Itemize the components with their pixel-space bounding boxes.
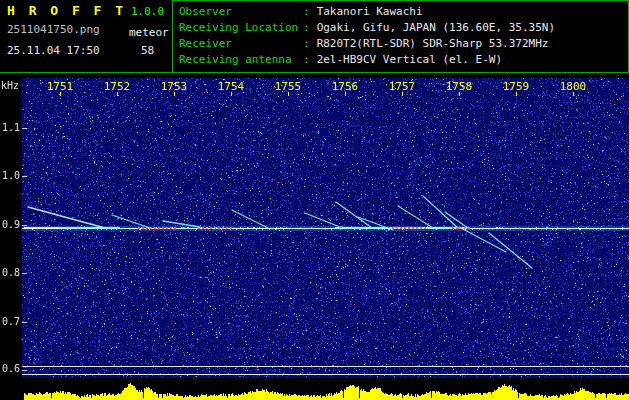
info-label: Receiver [179,36,303,52]
time-tick-label: 1800 [557,80,589,93]
info-value: 2el-HB9CV Vertical (el. E-W) [310,53,502,66]
time-tick-label: 1759 [500,80,532,93]
time-tick-label: 1758 [443,80,475,93]
freq-tick-label: 0.6 [0,363,20,374]
freq-tick-label: 1.0 [0,170,20,181]
info-label: Observer [179,4,303,20]
amplitude-canvas [0,378,629,400]
info-value: Ogaki, Gifu, JAPAN (136.60E, 35.35N) [310,21,555,34]
mode-label: meteor [129,26,169,39]
info-value: R820T2(RTL-SDR) SDR-Sharp 53.372MHz [310,37,549,50]
info-colon: : [303,37,310,50]
hrofft-window: H R O F F T 1.0.0 2511041750.png meteor … [0,0,629,400]
info-row-observer: Observer:Takanori Kawachi [179,4,628,20]
info-colon: : [303,5,310,18]
time-tick-label: 1756 [329,80,361,93]
info-label: Receiving Location [179,20,303,36]
app-title: H R O F F T [7,3,126,18]
spectrogram-canvas [0,73,629,378]
time-tick-label: 1752 [101,80,133,93]
info-colon: : [303,21,310,34]
station-info-panel: Observer:Takanori Kawachi Receiving Loca… [172,0,629,73]
info-value: Takanori Kawachi [310,5,423,18]
time-tick-label: 1753 [158,80,190,93]
freq-tick-label: 0.9 [0,219,20,230]
time-tick-label: 1751 [44,80,76,93]
freq-axis-unit: kHz [1,80,19,91]
app-version: 1.0.0 [131,5,164,18]
minute-count: 58 [141,44,154,57]
info-colon: : [303,53,310,66]
time-tick-label: 1755 [272,80,304,93]
freq-tick-label: 1.1 [0,122,20,133]
info-label: Receiving antenna [179,52,303,68]
capture-datetime: 25.11.04 17:50 [7,44,100,57]
freq-tick-label: 0.7 [0,316,20,327]
output-filename: 2511041750.png [7,23,100,36]
info-row-receiver: Receiver:R820T2(RTL-SDR) SDR-Sharp 53.37… [179,36,628,52]
freq-tick-label: 0.8 [0,267,20,278]
time-tick-label: 1754 [215,80,247,93]
info-row-location: Receiving Location:Ogaki, Gifu, JAPAN (1… [179,20,628,36]
time-tick-label: 1757 [386,80,418,93]
info-row-antenna: Receiving antenna:2el-HB9CV Vertical (el… [179,52,628,68]
